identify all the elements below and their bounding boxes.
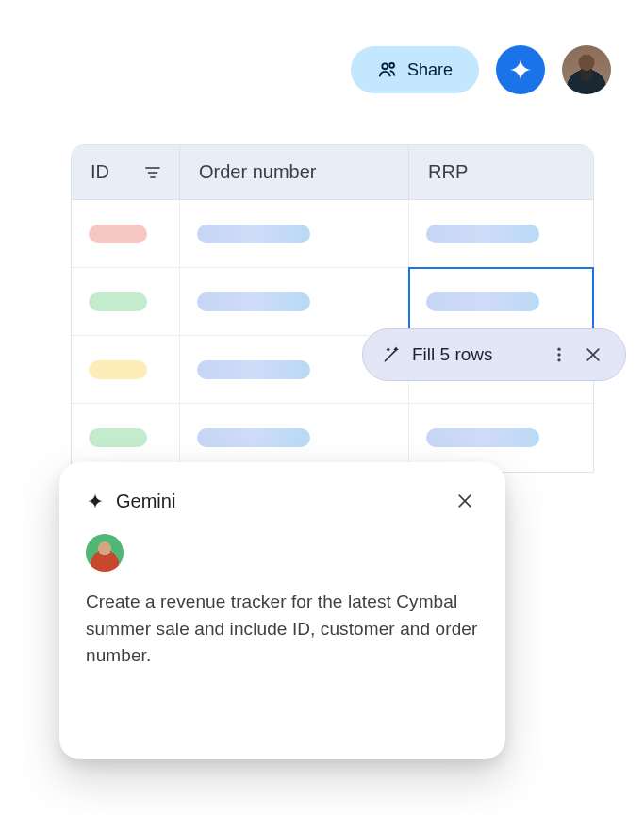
svg-point-5 — [557, 348, 560, 351]
gemini-panel: Gemini Create a revenue tracker for the … — [59, 462, 505, 759]
more-options-button[interactable] — [542, 338, 576, 372]
table-row[interactable] — [72, 200, 593, 268]
gemini-title-group: Gemini — [86, 491, 175, 512]
gemini-sparkle-button[interactable] — [496, 45, 545, 94]
table-header: ID Order number RRP — [72, 145, 593, 200]
placeholder-pill — [197, 428, 310, 447]
column-header-rrp[interactable]: RRP — [409, 145, 593, 199]
column-header-order[interactable]: Order number — [180, 145, 409, 199]
sparkle-icon — [86, 491, 105, 510]
share-label: Share — [407, 60, 453, 80]
prompt-user-avatar — [86, 534, 124, 572]
cell-rrp-selected[interactable] — [409, 268, 593, 335]
sparkle-icon — [507, 57, 534, 83]
svg-point-6 — [557, 353, 560, 356]
svg-point-1 — [389, 63, 394, 68]
column-label-rrp: RRP — [428, 161, 468, 183]
top-bar: Share — [351, 45, 611, 94]
placeholder-pill — [197, 292, 310, 311]
column-label-order: Order number — [199, 161, 317, 183]
gemini-title: Gemini — [116, 491, 175, 512]
cell-order[interactable] — [180, 200, 409, 267]
placeholder-pill — [89, 225, 147, 243]
fill-suggestion-pill[interactable]: Fill 5 rows — [362, 328, 626, 381]
placeholder-pill — [89, 360, 147, 379]
more-vert-icon — [550, 345, 569, 364]
cell-id[interactable] — [72, 336, 180, 403]
placeholder-pill — [197, 225, 310, 243]
magic-wand-icon — [382, 345, 401, 364]
placeholder-pill — [89, 428, 147, 447]
cell-id[interactable] — [72, 268, 180, 335]
cell-order[interactable] — [180, 268, 409, 335]
gemini-close-button[interactable] — [451, 487, 479, 515]
cell-id[interactable] — [72, 200, 180, 267]
placeholder-pill — [426, 292, 539, 311]
gemini-header: Gemini — [86, 487, 479, 515]
column-label-id: ID — [91, 161, 109, 183]
share-button[interactable]: Share — [351, 46, 479, 93]
svg-point-7 — [557, 358, 560, 361]
filter-icon[interactable] — [145, 166, 160, 179]
user-avatar[interactable] — [562, 45, 611, 94]
cell-rrp[interactable] — [409, 200, 593, 267]
placeholder-pill — [197, 360, 310, 379]
close-icon — [455, 491, 474, 510]
data-table: ID Order number RRP — [71, 144, 594, 473]
placeholder-pill — [426, 428, 539, 447]
dismiss-fill-button[interactable] — [576, 338, 610, 372]
gemini-prompt-text: Create a revenue tracker for the latest … — [86, 589, 479, 670]
column-header-id[interactable]: ID — [72, 145, 180, 199]
people-icon — [377, 59, 398, 80]
fill-label: Fill 5 rows — [412, 344, 542, 365]
close-icon — [584, 345, 603, 364]
svg-point-0 — [382, 63, 388, 69]
placeholder-pill — [426, 225, 539, 243]
placeholder-pill — [89, 292, 147, 311]
table-row[interactable] — [72, 268, 593, 336]
